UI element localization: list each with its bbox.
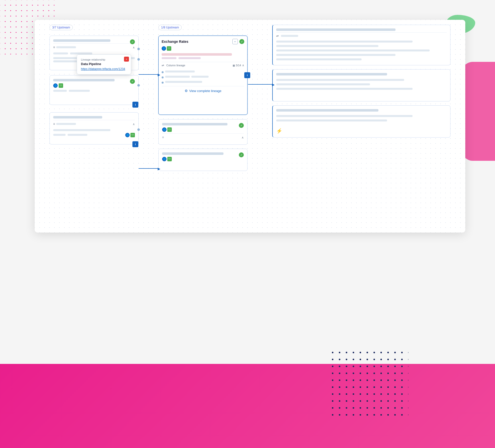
node3-section-bar — [56, 123, 76, 125]
exchange-rates-check-icon: ✓ — [239, 39, 244, 44]
exchange-rates-subbar1 — [162, 57, 176, 59]
node3-shield-icon: 🛡 — [130, 133, 135, 137]
view-lineage-text: View complete lineage — [189, 89, 222, 93]
lineage-row-1 — [162, 71, 244, 74]
node1-check-icon: ✓ — [130, 39, 135, 44]
node2-sub1 — [53, 90, 67, 92]
node3-info-button[interactable]: i — [132, 141, 138, 147]
arrow-1-bottom: ▶ — [139, 168, 158, 169]
rc1-sub2 — [276, 45, 378, 47]
view-complete-lineage-button[interactable]: ⚙ View complete lineage — [162, 86, 244, 95]
sub2-globe-icon: 🌐 — [162, 157, 167, 161]
sub1-chevron[interactable] — [242, 135, 244, 140]
node2-sub2 — [69, 90, 90, 92]
node1-section-bar — [56, 46, 76, 48]
exchange-rates-subbar2 — [178, 57, 201, 59]
lineage-tooltip: Lineage relationship Data Pipeline https… — [77, 54, 131, 74]
node2-globe-icon: 🌐 — [53, 83, 58, 88]
rc3-bar1 — [276, 109, 378, 112]
lineage-row2-bar2 — [191, 76, 209, 78]
rc1-sub4 — [276, 54, 396, 56]
node1-sub-bar2 — [70, 52, 92, 54]
rc3-sub2 — [276, 119, 387, 121]
rc2-sub-rows — [276, 77, 447, 90]
sub2-check-icon: ✓ — [239, 152, 244, 157]
rc1-section: ⇌ — [276, 32, 447, 39]
column-right: ⇌ — [272, 25, 450, 141]
rc2-sub1 — [276, 79, 404, 81]
tooltip-title-text: Data Pipeline — [81, 62, 127, 66]
upstream-badge-center: 1/8 Upstream — [158, 25, 182, 30]
rc2-sub2 — [276, 83, 370, 85]
node2-info-button[interactable]: i — [132, 102, 138, 108]
exchange-rates-bar-row — [162, 57, 244, 60]
column-lineage-section: ⇌ Column lineage ▦ 3/14 — [162, 62, 244, 69]
tooltip-label-text: Lineage relationship — [81, 58, 127, 61]
rc2-sub3 — [276, 88, 413, 90]
node-card-3: ≡ 🌐 🛡 i — [50, 112, 139, 144]
sub1-shield-icon: 🛡 — [167, 127, 172, 132]
exchange-rates-info-wrapper: i — [244, 72, 250, 78]
exchange-rates-title: Exchange Rates — [162, 40, 188, 44]
tooltip-link[interactable]: https://dataprep.trifacta.com/1234 — [81, 67, 127, 71]
sub1-section-header: ≡ — [162, 133, 244, 141]
node2-info-wrapper: i — [132, 102, 138, 108]
node3-info-wrapper: i — [132, 141, 138, 147]
node3-sub1 — [53, 129, 110, 131]
node3-section-header: ≡ — [53, 120, 135, 128]
rc1-sub1 — [276, 41, 413, 43]
node1-sub-bar1 — [53, 52, 68, 54]
rc3-sub1 — [276, 115, 413, 117]
node2-shield-icon: 🛡 — [59, 83, 63, 88]
right-card-2 — [272, 69, 450, 101]
exchange-rates-globe-icon: 🌐 — [162, 46, 166, 51]
exchange-rates-bar1 — [162, 53, 232, 56]
sub1-globe-icon: 🌐 — [162, 127, 167, 132]
upstream-badge-center-label: 1/8 Upstream — [161, 26, 179, 29]
column-lineage-rows — [162, 69, 244, 84]
node1-section-label: ≡ — [53, 46, 76, 49]
exchange-rates-edit-button[interactable]: ✏ — [232, 39, 238, 44]
column-lineage-label: ⇌ Column lineage — [162, 64, 185, 67]
col2-sub-card-1: ✓ 🌐 🛡 ≡ — [158, 119, 248, 145]
rc1-sub5 — [276, 58, 362, 60]
node-card-2: ✓ 🌐 🛡 i — [50, 75, 139, 105]
exchange-rates-icons-pair: 🌐 🛡 — [162, 46, 244, 51]
rc1-sub3 — [276, 49, 430, 51]
exchange-rates-node: Exchange Rates ✏ ✓ 🌐 🛡 ⇌ — [158, 36, 248, 115]
tooltip-close-button[interactable]: × — [124, 57, 129, 62]
lineage-dot-1 — [162, 71, 164, 73]
node1-chevron[interactable] — [133, 45, 135, 49]
decorative-pink-bar — [0, 364, 495, 448]
arrow-2: ▶ — [248, 84, 273, 85]
node2-check-icon: ✓ — [130, 79, 135, 84]
node3-sub-rows — [53, 128, 135, 137]
lineage-row-2 — [162, 76, 244, 79]
sub1-check-icon: ✓ — [239, 123, 244, 128]
column-lineage-count-text: 3/14 — [236, 64, 241, 67]
sub2-shield-icon: 🛡 — [167, 157, 172, 161]
view-lineage-icon: ⚙ — [185, 89, 188, 93]
node3-globe-icon: 🌐 — [125, 133, 130, 137]
node1-conn-dot-r2 — [137, 58, 140, 61]
node2-sub-rows — [53, 90, 135, 93]
exchange-rates-shield-icon: 🛡 — [167, 46, 171, 51]
lineage-row1-bar — [165, 71, 195, 72]
node3-chevron[interactable] — [133, 122, 135, 126]
col2-sub-card-2: ✓ 🌐 🛡 — [158, 149, 248, 171]
exchange-rates-info-button[interactable]: i — [244, 72, 250, 78]
main-lineage-panel: 3/7 Upstream ✓ ≡ — [35, 20, 465, 233]
node3-conn-r — [137, 128, 140, 131]
lineage-dot-2 — [162, 76, 164, 78]
column-center: 1/8 Upstream Exchange Rates ✏ ✓ 🌐 🛡 — [158, 25, 248, 175]
rc3-sub-rows — [276, 113, 447, 121]
lineage-row3-bar — [165, 81, 202, 83]
rc1-sub-rows — [276, 39, 447, 60]
node1-section-header: ≡ — [53, 43, 135, 51]
decorative-dots-br — [329, 349, 408, 418]
column-upstream-left: 3/7 Upstream ✓ ≡ — [50, 25, 139, 148]
column-lineage-chevron[interactable] — [242, 64, 244, 67]
rc1-section-label: ⇌ — [276, 34, 298, 38]
right-card-3: ⚡ — [272, 105, 450, 138]
node3-sub2 — [53, 134, 66, 136]
